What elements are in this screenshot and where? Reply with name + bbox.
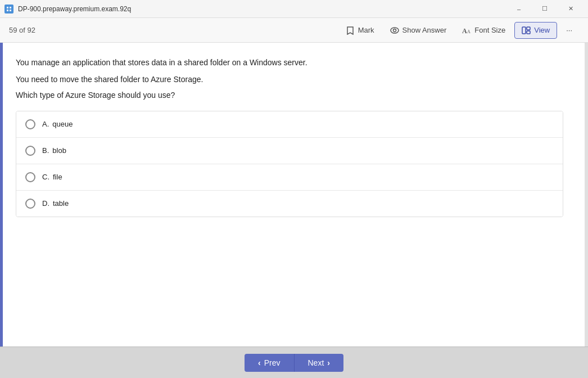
next-label: Next [308, 358, 324, 367]
option-row-c[interactable]: C.file [16, 164, 563, 191]
main-content: You manage an application that stores da… [0, 43, 588, 346]
svg-text:A: A [462, 27, 467, 34]
svg-rect-2 [7, 10, 8, 11]
view-label: View [534, 26, 550, 34]
svg-rect-1 [10, 7, 11, 8]
option-row-a[interactable]: A.queue [16, 111, 563, 138]
svg-rect-8 [522, 27, 526, 34]
font-size-label: Font Size [474, 26, 505, 34]
more-label: ··· [566, 26, 572, 34]
option-letter-3: D. [42, 199, 49, 208]
svg-rect-10 [527, 31, 530, 34]
show-answer-label: Show Answer [402, 26, 447, 34]
option-radio-0 [25, 119, 35, 129]
option-letter-2: C. [42, 173, 49, 181]
question-line2: You need to move the shared folder to Az… [9, 73, 570, 86]
view-icon [522, 26, 531, 35]
question-prompt: Which type of Azure Storage should you u… [9, 91, 570, 100]
prev-chevron-icon: ‹ [258, 358, 261, 367]
option-row-b[interactable]: B.blob [16, 138, 563, 164]
next-chevron-icon: › [327, 358, 330, 367]
title-bar-left: DP-900.prepaway.premium.exam.92q [4, 4, 131, 14]
option-letter-1: B. [42, 146, 49, 155]
svg-rect-0 [7, 7, 8, 8]
app-icon [4, 4, 13, 14]
option-radio-2 [25, 172, 35, 182]
footer: ‹ Prev Next › [0, 346, 588, 378]
svg-rect-9 [527, 27, 530, 30]
option-label-3: D.table [42, 199, 69, 208]
prev-label: Prev [264, 358, 281, 367]
minimize-button[interactable]: – [506, 0, 532, 18]
options-container: A.queueB.blobC.fileD.table [16, 111, 563, 217]
option-row-d[interactable]: D.table [16, 191, 563, 217]
option-radio-3 [25, 199, 35, 209]
svg-point-4 [391, 28, 399, 33]
option-label-0: A.queue [42, 120, 73, 128]
window-controls: – ☐ ✕ [506, 0, 584, 18]
bookmark-icon [346, 26, 355, 35]
font-icon: A A [462, 26, 471, 35]
maximize-button[interactable]: ☐ [532, 0, 558, 18]
left-accent-bar [0, 43, 3, 346]
svg-point-5 [393, 29, 396, 32]
title-bar: DP-900.prepaway.premium.exam.92q – ☐ ✕ [0, 0, 588, 18]
close-button[interactable]: ✕ [558, 0, 584, 18]
next-button[interactable]: Next › [295, 354, 343, 372]
prev-button[interactable]: ‹ Prev [245, 354, 293, 372]
option-letter-0: A. [42, 120, 49, 128]
show-answer-button[interactable]: Show Answer [383, 22, 454, 38]
toolbar: 59 of 92 Mark Show Answer A [0, 18, 588, 43]
scroll-hint [585, 43, 588, 346]
font-size-button[interactable]: A A Font Size [455, 22, 512, 38]
mark-button[interactable]: Mark [339, 22, 381, 38]
question-line1: You manage an application that stores da… [9, 56, 570, 69]
eye-icon [390, 26, 399, 35]
svg-rect-3 [10, 10, 11, 11]
toolbar-actions: Mark Show Answer A A Font Size [339, 22, 579, 39]
window-title: DP-900.prepaway.premium.exam.92q [18, 5, 131, 13]
mark-label: Mark [358, 26, 374, 34]
more-button[interactable]: ··· [559, 22, 579, 38]
option-label-1: B.blob [42, 146, 66, 155]
option-radio-1 [25, 146, 35, 156]
view-button[interactable]: View [514, 22, 557, 39]
svg-text:A: A [467, 29, 471, 34]
question-counter: 59 of 92 [9, 26, 35, 34]
option-label-2: C.file [42, 173, 62, 181]
